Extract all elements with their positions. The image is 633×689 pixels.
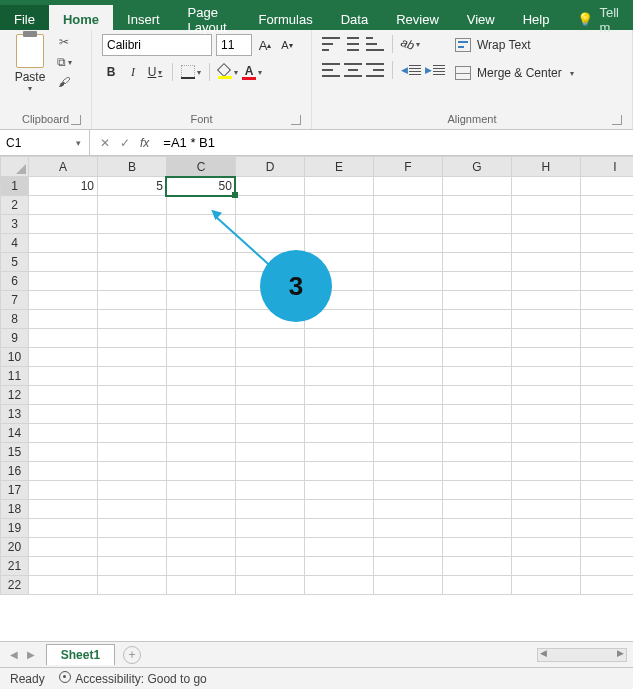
cell[interactable] <box>511 177 580 196</box>
row-header[interactable]: 10 <box>1 348 29 367</box>
cell[interactable] <box>98 291 167 310</box>
align-right-button[interactable] <box>366 60 384 80</box>
cell[interactable] <box>29 538 98 557</box>
cell[interactable] <box>511 576 580 595</box>
cell[interactable] <box>511 310 580 329</box>
cell[interactable] <box>442 215 511 234</box>
cell[interactable] <box>29 557 98 576</box>
cell[interactable] <box>166 367 235 386</box>
cell[interactable] <box>29 462 98 481</box>
row-header[interactable]: 20 <box>1 538 29 557</box>
merge-center-button[interactable]: Merge & Center <box>455 62 574 84</box>
cell[interactable] <box>166 557 235 576</box>
cell[interactable] <box>373 481 442 500</box>
cell[interactable] <box>442 424 511 443</box>
fill-color-button[interactable] <box>218 62 238 82</box>
column-header[interactable]: H <box>511 157 580 177</box>
column-header[interactable]: C <box>166 157 235 177</box>
cell[interactable] <box>304 329 373 348</box>
tab-insert[interactable]: Insert <box>113 5 174 30</box>
cell[interactable] <box>442 367 511 386</box>
cell[interactable] <box>511 272 580 291</box>
row-header[interactable]: 14 <box>1 424 29 443</box>
tab-file[interactable]: File <box>0 5 49 30</box>
dialog-launcher-icon[interactable] <box>71 115 81 125</box>
cell[interactable] <box>373 253 442 272</box>
cell[interactable] <box>29 405 98 424</box>
cell[interactable] <box>235 481 304 500</box>
cancel-formula-button[interactable]: ✕ <box>100 136 110 150</box>
cell[interactable] <box>373 519 442 538</box>
cell[interactable] <box>442 291 511 310</box>
cell[interactable] <box>373 500 442 519</box>
italic-button[interactable]: I <box>124 62 142 82</box>
bold-button[interactable]: B <box>102 62 120 82</box>
cell[interactable] <box>304 196 373 215</box>
cell[interactable] <box>98 481 167 500</box>
cell[interactable] <box>580 538 633 557</box>
cell[interactable] <box>235 519 304 538</box>
wrap-text-button[interactable]: Wrap Text <box>455 34 574 56</box>
cell[interactable] <box>29 215 98 234</box>
cell[interactable] <box>166 253 235 272</box>
cell[interactable] <box>235 557 304 576</box>
cell[interactable] <box>304 462 373 481</box>
paste-button[interactable]: Paste ▾ <box>10 34 50 93</box>
tab-home[interactable]: Home <box>49 5 113 30</box>
cell[interactable] <box>511 481 580 500</box>
row-header[interactable]: 19 <box>1 519 29 538</box>
cell[interactable] <box>580 177 633 196</box>
cell[interactable] <box>98 386 167 405</box>
cell[interactable] <box>98 348 167 367</box>
cell[interactable] <box>98 462 167 481</box>
cell[interactable] <box>580 481 633 500</box>
cell[interactable] <box>98 576 167 595</box>
decrease-font-button[interactable]: A▾ <box>278 35 296 55</box>
orientation-button[interactable]: ab <box>401 34 420 54</box>
row-header[interactable]: 17 <box>1 481 29 500</box>
tab-page-layout[interactable]: Page Layout <box>174 5 245 30</box>
row-header[interactable]: 22 <box>1 576 29 595</box>
cell[interactable] <box>98 519 167 538</box>
sheet-nav-buttons[interactable]: ◀ ▶ <box>10 649 38 660</box>
new-sheet-button[interactable]: ＋ <box>123 646 141 664</box>
align-bottom-button[interactable] <box>366 34 384 54</box>
row-header[interactable]: 5 <box>1 253 29 272</box>
cell[interactable] <box>373 215 442 234</box>
font-color-button[interactable]: A <box>242 62 262 82</box>
cell[interactable] <box>166 348 235 367</box>
increase-font-button[interactable]: A▴ <box>256 35 274 55</box>
tellme[interactable]: 💡 Tell m <box>563 5 633 30</box>
cell[interactable] <box>373 386 442 405</box>
dialog-launcher-icon[interactable] <box>291 115 301 125</box>
cell[interactable] <box>304 215 373 234</box>
column-header[interactable]: D <box>235 157 304 177</box>
cell[interactable] <box>580 310 633 329</box>
cell[interactable] <box>580 462 633 481</box>
cell[interactable] <box>304 386 373 405</box>
cell[interactable] <box>511 291 580 310</box>
accept-formula-button[interactable]: ✓ <box>120 136 130 150</box>
cell[interactable] <box>511 405 580 424</box>
row-header[interactable]: 9 <box>1 329 29 348</box>
cell[interactable] <box>166 272 235 291</box>
cell[interactable] <box>442 348 511 367</box>
cell[interactable] <box>304 538 373 557</box>
cell[interactable] <box>373 177 442 196</box>
cell[interactable] <box>580 443 633 462</box>
cell[interactable] <box>235 424 304 443</box>
cell[interactable] <box>29 234 98 253</box>
cell[interactable] <box>373 310 442 329</box>
cell[interactable] <box>304 177 373 196</box>
cell[interactable] <box>29 481 98 500</box>
cell[interactable] <box>304 424 373 443</box>
row-header[interactable]: 4 <box>1 234 29 253</box>
row-header[interactable]: 7 <box>1 291 29 310</box>
cell[interactable] <box>442 386 511 405</box>
row-header[interactable]: 6 <box>1 272 29 291</box>
column-header[interactable]: F <box>373 157 442 177</box>
cell[interactable] <box>511 443 580 462</box>
cell[interactable] <box>373 367 442 386</box>
cell[interactable] <box>166 196 235 215</box>
cell[interactable] <box>511 348 580 367</box>
